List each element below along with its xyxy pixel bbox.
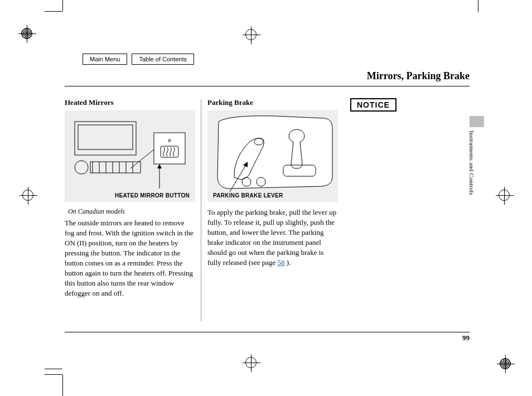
crop-mark [478, 0, 478, 12]
registration-mark-icon [22, 190, 33, 201]
body-text-heated-mirrors: The outside mirrors are heated to remove… [65, 218, 195, 298]
column-parking-brake: Parking Brake PARKING BRAKE LEVER To app… [207, 98, 338, 268]
footer-rule [65, 332, 470, 332]
body-text-segment: ). [285, 258, 291, 267]
nav-bar: Main Menu Table of Contents [83, 54, 194, 65]
figure-heated-mirror-button: HEATED MIRROR BUTTON [65, 110, 195, 202]
crop-mark [45, 11, 62, 12]
body-text-segment: To apply the parking brake, pull the lev… [207, 208, 336, 267]
page-number: 99 [462, 334, 470, 342]
notice-label: NOTICE [350, 98, 396, 112]
heading-parking-brake: Parking Brake [207, 98, 338, 107]
main-menu-button[interactable]: Main Menu [83, 54, 127, 65]
section-tab [470, 116, 484, 127]
crop-mark [45, 369, 62, 369]
section-label: Instruments and Controls [468, 131, 475, 195]
figure-caption: HEATED MIRROR BUTTON [65, 192, 195, 199]
figure-caption: PARKING BRAKE LEVER [207, 192, 338, 199]
registration-mark-icon [499, 190, 510, 201]
dashboard-illustration-icon [65, 110, 195, 202]
body-text-parking-brake: To apply the parking brake, pull the lev… [207, 207, 338, 268]
parking-brake-illustration-icon [207, 110, 338, 202]
svg-rect-12 [154, 133, 185, 164]
column-divider [201, 99, 201, 321]
page-title: Mirrors, Parking Brake [367, 70, 470, 82]
heading-heated-mirrors: Heated Mirrors [65, 98, 195, 107]
model-note: On Canadian models [68, 207, 195, 216]
svg-point-19 [289, 129, 304, 143]
column-notice: NOTICE [350, 98, 467, 112]
registration-mark-icon [21, 28, 32, 39]
figure-parking-brake-lever: PARKING BRAKE LEVER [207, 110, 338, 202]
title-rule [65, 86, 470, 86]
registration-mark-icon [245, 357, 257, 368]
registration-mark-icon [245, 29, 257, 40]
registration-mark-icon [500, 358, 511, 369]
crop-mark [62, 0, 63, 11]
crop-mark [45, 374, 62, 375]
column-heated-mirrors: Heated Mirrors [65, 98, 195, 298]
svg-point-21 [254, 138, 263, 145]
toc-button[interactable]: Table of Contents [132, 54, 194, 65]
page-reference-link[interactable]: 58 [278, 258, 285, 267]
crop-mark [62, 375, 63, 396]
